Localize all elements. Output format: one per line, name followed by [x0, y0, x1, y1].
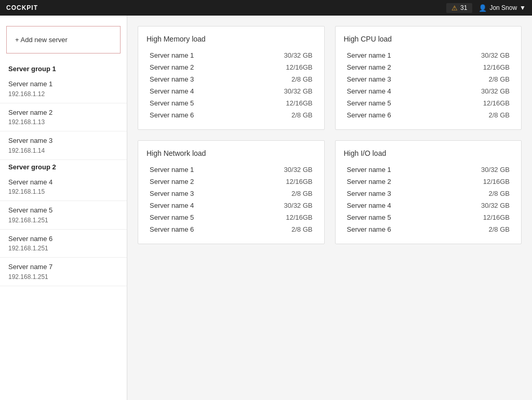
table-row: Server name 5 12/16GB: [147, 211, 316, 223]
server-value-cell: 30/32 GB: [247, 199, 316, 211]
server-item-name: Server name 1: [8, 79, 118, 89]
table-row: Server name 6 2/8 GB: [147, 109, 316, 121]
panel-high-memory: High Memory load Server name 1 30/32 GB …: [138, 26, 325, 130]
server-item-name: Server name 7: [8, 262, 118, 272]
panel-title-high-network: High Network load: [147, 149, 316, 157]
server-item-name: Server name 4: [8, 177, 118, 188]
sidebar-server-item[interactable]: Server name 6 192.168.1.251: [0, 230, 127, 258]
panels-grid: High Memory load Server name 1 30/32 GB …: [138, 26, 522, 244]
panel-high-network: High Network load Server name 1 30/32 GB…: [138, 140, 325, 244]
sidebar-server-item[interactable]: Server name 3 192.168.1.14: [0, 131, 127, 160]
server-value-cell: 30/32 GB: [444, 164, 513, 176]
server-value-cell: 12/16GB: [247, 97, 316, 109]
server-name-cell: Server name 4: [344, 85, 444, 97]
server-name-cell: Server name 2: [147, 61, 247, 73]
server-name-cell: Server name 5: [147, 97, 247, 109]
server-item-name: Server name 6: [8, 234, 118, 244]
server-item-ip: 192.168.1.251: [8, 244, 118, 253]
server-value-cell: 12/16GB: [444, 97, 513, 109]
sidebar-group-label-1: Server group 1: [0, 62, 127, 75]
server-value-cell: 30/32 GB: [247, 164, 316, 176]
server-value-cell: 2/8 GB: [247, 223, 316, 235]
table-row: Server name 1 30/32 GB: [344, 164, 513, 176]
sidebar-groups: Server group 1 Server name 1 192.168.1.1…: [0, 62, 127, 286]
table-row: Server name 5 12/16GB: [344, 97, 513, 109]
server-name-cell: Server name 6: [344, 109, 444, 121]
panel-table-high-network: Server name 1 30/32 GB Server name 2 12/…: [147, 164, 316, 235]
sidebar-server-item[interactable]: Server name 4 192.168.1.15: [0, 173, 127, 202]
server-value-cell: 2/8 GB: [247, 188, 316, 199]
server-value-cell: 12/16GB: [247, 211, 316, 223]
add-server-button[interactable]: + Add new server: [6, 26, 121, 54]
server-name-cell: Server name 6: [344, 223, 444, 235]
server-item-ip: 192.168.1.15: [8, 187, 118, 196]
user-icon: 👤: [478, 4, 487, 12]
topbar: COCKPIT ⚠ 31 👤 Jon Snow ▼: [0, 0, 532, 16]
server-name-cell: Server name 4: [344, 199, 444, 211]
table-row: Server name 2 12/16GB: [147, 176, 316, 188]
server-value-cell: 2/8 GB: [444, 223, 513, 235]
server-name-cell: Server name 2: [344, 61, 444, 73]
server-value-cell: 2/8 GB: [444, 188, 513, 199]
server-value-cell: 12/16GB: [444, 176, 513, 188]
server-value-cell: 12/16GB: [444, 61, 513, 73]
sidebar-server-item[interactable]: Server name 1 192.168.1.12: [0, 75, 127, 103]
table-row: Server name 5 12/16GB: [344, 211, 513, 223]
server-value-cell: 30/32 GB: [247, 85, 316, 97]
server-name-cell: Server name 3: [147, 188, 247, 199]
server-name-cell: Server name 1: [344, 49, 444, 61]
server-name-cell: Server name 5: [344, 97, 444, 109]
server-name-cell: Server name 1: [147, 164, 247, 176]
table-row: Server name 1 30/32 GB: [147, 49, 316, 61]
server-value-cell: 30/32 GB: [444, 49, 513, 61]
panel-table-high-memory: Server name 1 30/32 GB Server name 2 12/…: [147, 49, 316, 121]
sidebar-server-item[interactable]: Server name 2 192.168.1.13: [0, 103, 127, 132]
server-name-cell: Server name 3: [344, 188, 444, 199]
topbar-right: ⚠ 31 👤 Jon Snow ▼: [446, 3, 526, 13]
panel-title-high-io: High I/O load: [344, 149, 513, 157]
server-item-name: Server name 5: [8, 205, 118, 216]
server-value-cell: 12/16GB: [247, 176, 316, 188]
server-name-cell: Server name 3: [344, 73, 444, 85]
server-name-cell: Server name 6: [147, 223, 247, 235]
sidebar-group-label-2: Server group 2: [0, 160, 127, 173]
user-menu[interactable]: 👤 Jon Snow ▼: [478, 4, 526, 12]
panel-table-high-cpu: Server name 1 30/32 GB Server name 2 12/…: [344, 49, 513, 121]
alert-icon: ⚠: [451, 4, 458, 12]
server-value-cell: 30/32 GB: [444, 85, 513, 97]
sidebar: + Add new server Server group 1 Server n…: [0, 16, 127, 400]
server-value-cell: 2/8 GB: [444, 109, 513, 121]
server-name-cell: Server name 5: [147, 211, 247, 223]
layout: + Add new server Server group 1 Server n…: [0, 16, 532, 400]
table-row: Server name 6 2/8 GB: [344, 223, 513, 235]
server-item-name: Server name 2: [8, 108, 118, 118]
table-row: Server name 5 12/16GB: [147, 97, 316, 109]
table-row: Server name 3 2/8 GB: [344, 73, 513, 85]
server-value-cell: 2/8 GB: [247, 109, 316, 121]
sidebar-server-item[interactable]: Server name 5 192.168.1.251: [0, 201, 127, 230]
user-name: Jon Snow: [489, 4, 517, 11]
server-value-cell: 30/32 GB: [444, 199, 513, 211]
table-row: Server name 6 2/8 GB: [147, 223, 316, 235]
table-row: Server name 2 12/16GB: [344, 61, 513, 73]
panel-table-high-io: Server name 1 30/32 GB Server name 2 12/…: [344, 164, 513, 235]
alerts-count: 31: [460, 4, 467, 11]
table-row: Server name 1 30/32 GB: [344, 49, 513, 61]
server-item-ip: 192.168.1.12: [8, 89, 118, 99]
panel-title-high-memory: High Memory load: [147, 35, 316, 43]
server-value-cell: 12/16GB: [247, 61, 316, 73]
server-name-cell: Server name 4: [147, 85, 247, 97]
sidebar-server-item[interactable]: Server name 7 192.168.1.251: [0, 258, 127, 286]
panel-title-high-cpu: High CPU load: [344, 35, 513, 43]
table-row: Server name 2 12/16GB: [344, 176, 513, 188]
server-item-ip: 192.168.1.251: [8, 216, 118, 225]
table-row: Server name 1 30/32 GB: [147, 164, 316, 176]
panel-high-io: High I/O load Server name 1 30/32 GB Ser…: [335, 140, 522, 244]
server-value-cell: 2/8 GB: [247, 73, 316, 85]
main-content: High Memory load Server name 1 30/32 GB …: [127, 16, 532, 400]
table-row: Server name 4 30/32 GB: [147, 85, 316, 97]
server-name-cell: Server name 6: [147, 109, 247, 121]
panel-high-cpu: High CPU load Server name 1 30/32 GB Ser…: [335, 26, 522, 130]
table-row: Server name 3 2/8 GB: [344, 188, 513, 199]
alerts-button[interactable]: ⚠ 31: [446, 3, 472, 13]
